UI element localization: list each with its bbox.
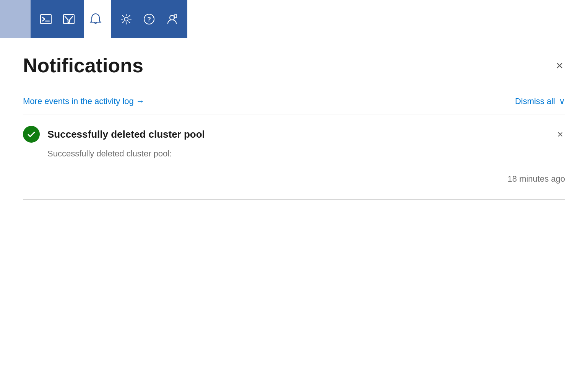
top-navigation: ? bbox=[0, 0, 588, 38]
dismiss-all-label: Dismiss all bbox=[515, 96, 555, 106]
close-notifications-button[interactable]: × bbox=[554, 57, 565, 75]
user-feedback-icon-button[interactable] bbox=[161, 0, 184, 38]
notification-close-button[interactable]: × bbox=[556, 127, 565, 142]
notification-body-text: Successfully deleted cluster pool: bbox=[23, 149, 565, 159]
bottom-divider bbox=[23, 199, 565, 200]
success-status-icon bbox=[23, 126, 40, 143]
terminal-icon-button[interactable] bbox=[34, 0, 57, 38]
notification-timestamp: 18 minutes ago bbox=[23, 174, 565, 188]
notification-item-header: Successfully deleted cluster pool × bbox=[23, 126, 565, 143]
notification-title-text: Successfully deleted cluster pool bbox=[47, 129, 205, 140]
svg-text:?: ? bbox=[147, 16, 151, 23]
dismiss-all-button[interactable]: Dismiss all ∨ bbox=[515, 96, 565, 106]
nav-logo bbox=[0, 0, 31, 38]
notifications-bell-button[interactable] bbox=[84, 0, 107, 38]
svg-rect-0 bbox=[41, 15, 51, 24]
notification-title-group: Successfully deleted cluster pool bbox=[23, 126, 205, 143]
svg-point-3 bbox=[124, 17, 128, 21]
svg-point-6 bbox=[170, 15, 174, 20]
notifications-panel: Notifications × More events in the activ… bbox=[0, 38, 588, 200]
chevron-down-icon: ∨ bbox=[559, 96, 565, 106]
settings-icon-button[interactable] bbox=[115, 0, 138, 38]
notifications-title: Notifications bbox=[23, 54, 143, 77]
notifications-header: Notifications × bbox=[23, 54, 565, 77]
nav-left-group bbox=[31, 0, 84, 38]
nav-right-group: ? bbox=[111, 0, 187, 38]
activity-log-link[interactable]: More events in the activity log → bbox=[23, 96, 145, 106]
filter-icon-button[interactable] bbox=[57, 0, 80, 38]
help-icon-button[interactable]: ? bbox=[138, 0, 161, 38]
notification-item: Successfully deleted cluster pool × Succ… bbox=[23, 114, 565, 199]
nav-spacer bbox=[187, 0, 588, 38]
activity-log-row: More events in the activity log → Dismis… bbox=[23, 96, 565, 106]
